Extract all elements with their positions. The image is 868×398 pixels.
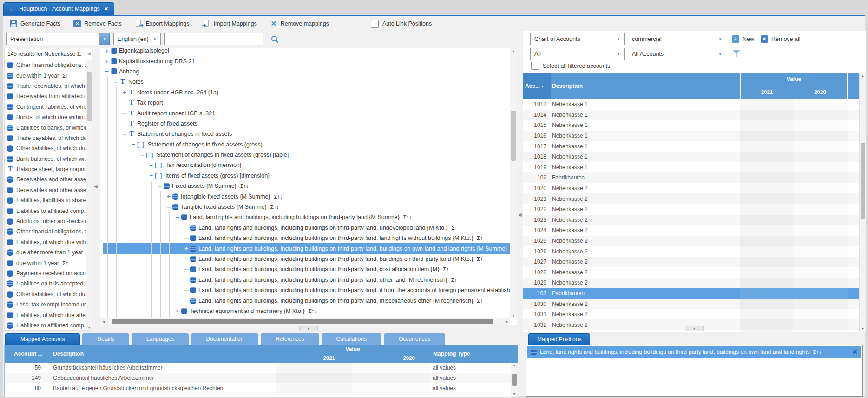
sidebar-result-item[interactable]: Other financial obligations, o... xyxy=(5,60,86,70)
generate-facts-button[interactable]: Generate Facts xyxy=(10,20,60,27)
scroll-up-icon[interactable]: ▲ xyxy=(511,364,518,367)
tree-node[interactable]: +Notes under HGB sec. 264 (1a) xyxy=(103,87,510,98)
scroll-down-icon[interactable]: ▼ xyxy=(510,314,517,317)
collapse-icon[interactable]: − xyxy=(138,152,146,159)
tree-node[interactable]: Land, land rights and buildings, includi… xyxy=(103,295,510,305)
export-mappings-button[interactable]: Export Mappings xyxy=(135,20,190,27)
tree-node[interactable]: −Notes xyxy=(103,77,510,87)
tree-node[interactable]: −Items of fixed assets (gross) [dimensio… xyxy=(103,171,510,181)
sidebar-result-item[interactable]: due after more than 1 year ... xyxy=(5,247,86,258)
sidebar-result-item[interactable]: Receivables from affiliated c... xyxy=(5,91,86,101)
scrollbar-thumb[interactable] xyxy=(511,111,516,161)
tree-node[interactable]: −Land, land rights and buildings, includ… xyxy=(103,212,510,222)
expand-icon[interactable]: + xyxy=(147,162,155,169)
tab-occurrences[interactable]: Occurrences xyxy=(384,333,445,345)
sidebar-result-item[interactable]: Receivables and other asset... xyxy=(5,185,86,195)
sidebar-result-item[interactable]: Bank balances, of which wit... xyxy=(5,154,86,164)
tree-node[interactable]: −Fixed assets {M Summe}Σ↑↓ xyxy=(103,181,510,191)
collapse-icon[interactable]: − xyxy=(156,183,164,190)
accounts-collapse-button[interactable]: ▼ xyxy=(685,326,704,331)
collapse-icon[interactable]: − xyxy=(165,204,172,211)
account-row[interactable]: 1019Nebenkasse 1 xyxy=(523,162,859,173)
tree-collapse-button[interactable]: ▼ xyxy=(299,326,318,331)
sidebar-result-item[interactable]: Receivables and other asset... xyxy=(5,174,86,185)
tree-node[interactable]: Land, land rights and buildings, includi… xyxy=(103,223,510,233)
tree-vertical-scrollbar[interactable]: ▲ ▼ xyxy=(510,48,517,318)
tree-node[interactable]: Tax report xyxy=(103,98,510,108)
tree-node[interactable]: Land, land rights and buildings, includi… xyxy=(103,264,510,274)
collapse-icon[interactable]: − xyxy=(130,141,137,148)
select-all-filtered-checkbox[interactable] xyxy=(531,62,539,70)
sidebar-result-item[interactable]: Balance sheet, large corpora... xyxy=(5,164,86,174)
account-row[interactable]: 1016Nebenkasse 1 xyxy=(523,131,859,141)
chart-of-accounts-select[interactable]: Chart of Accounts▼ xyxy=(530,33,625,45)
tree-node[interactable]: +Land, land rights and buildings, includ… xyxy=(103,243,510,253)
sidebar-result-item[interactable]: Trade receivables, of which ... xyxy=(5,81,86,91)
expand-icon[interactable]: + xyxy=(183,245,190,252)
sidebar-result-item[interactable]: Liabilities to banks, of which... xyxy=(5,122,86,133)
expand-icon[interactable]: + xyxy=(165,193,172,200)
tree-node[interactable]: −Tangible fixed assets {M Summe}Σ↑↓ xyxy=(103,202,510,212)
expand-icon[interactable]: + xyxy=(103,48,111,54)
year-2021-column-header[interactable]: 2021 xyxy=(276,353,353,363)
document-tab[interactable]: ↔ Hauptbuch - Account Mappings ✕ xyxy=(3,2,114,15)
sidebar-result-item[interactable]: Additions: other add-backs i... xyxy=(5,216,86,226)
scroll-right-icon[interactable]: ▶ xyxy=(504,318,510,325)
collapse-icon[interactable]: − xyxy=(174,214,181,221)
account-row[interactable]: 1031Nebenkasse 2 xyxy=(523,309,859,320)
sidebar-result-item[interactable]: Less: tax-exempt income un... xyxy=(5,299,86,310)
account-row[interactable]: 1024Nebenkasse 2 xyxy=(523,225,859,236)
account-number-column-header[interactable]: Acc...▲ xyxy=(523,73,551,99)
sidebar-splitter-icon[interactable]: ◀ xyxy=(94,184,98,189)
scrollbar-thumb[interactable] xyxy=(112,319,493,324)
tab-mapped-positions[interactable]: Mapped Positions xyxy=(528,333,590,345)
tree-node[interactable]: Audit report under HGB s. 321 xyxy=(103,108,510,118)
tree-node[interactable]: Land, land rights and buildings, includi… xyxy=(103,233,510,243)
account-row[interactable]: 1027Nebenkasse 2 xyxy=(523,257,859,267)
mapped-accounts-scrollbar[interactable]: ▲ ▼ xyxy=(511,363,518,397)
tree-horizontal-scrollbar[interactable]: ◀ ▶ xyxy=(100,318,510,325)
account-row[interactable]: 1018Nebenkasse 1 xyxy=(523,152,859,162)
sidebar-result-item[interactable]: due within 1 yearΣ↑ xyxy=(5,258,86,268)
tree-node[interactable]: +Tax reconciliation [dimension] xyxy=(103,160,510,170)
tree-node[interactable]: −Statement of changes in fixed assets (g… xyxy=(103,150,510,160)
remove-mapping-icon[interactable]: ✕ xyxy=(852,348,858,356)
account-filter-select[interactable]: All▼ xyxy=(530,48,625,60)
collapse-icon[interactable]: − xyxy=(147,172,155,179)
sidebar-result-item[interactable]: Payments received on acco... xyxy=(5,268,86,279)
account-row[interactable]: 1028Nebenkasse 2 xyxy=(523,267,859,278)
account-row[interactable]: 1021Nebenkasse 2 xyxy=(523,193,859,204)
account-row[interactable]: 1017Nebenkasse 1 xyxy=(523,141,859,152)
import-mappings-button[interactable]: Import Mappings xyxy=(203,20,257,27)
tree-node[interactable]: −Statement of changes in fixed assets (g… xyxy=(103,139,510,150)
tree-node[interactable]: −Statement of changes in fixed assets xyxy=(103,129,510,139)
expand-icon[interactable]: + xyxy=(174,307,181,314)
tree-node[interactable]: Land, land rights and buildings, includi… xyxy=(103,275,510,285)
tab-references[interactable]: References xyxy=(261,333,319,345)
year-2021-column-header[interactable]: 2021 xyxy=(741,85,793,99)
sidebar-result-item[interactable]: Other liabilities, of which du... xyxy=(5,143,86,153)
mapping-type-column-header[interactable]: Mapping Type xyxy=(429,345,511,363)
sidebar-result-item[interactable]: Liabilities, liabilities to share... xyxy=(5,195,86,206)
tree-node[interactable]: +Eigenkapitalspiegel xyxy=(103,48,510,56)
scroll-down-icon[interactable]: ▼ xyxy=(86,326,92,329)
search-icon[interactable] xyxy=(271,36,277,41)
auto-link-positions-checkbox[interactable] xyxy=(371,20,379,28)
scroll-left-icon[interactable]: ◀ xyxy=(100,318,107,325)
scrollbar-thumb[interactable] xyxy=(512,374,517,386)
presentation-input[interactable]: Presentation xyxy=(6,33,100,45)
sidebar-result-item[interactable]: Liabilities, of which due withi... xyxy=(5,237,86,247)
tree-node[interactable]: Land, land rights and buildings, includi… xyxy=(103,254,510,264)
collapse-icon[interactable]: − xyxy=(103,68,111,75)
new-button[interactable]: New xyxy=(732,35,754,43)
expand-icon[interactable]: + xyxy=(121,89,128,96)
sidebar-result-item[interactable]: Liabilities to affiliated comp... xyxy=(5,206,86,216)
mapped-position-item[interactable]: Land, land rights and buildings, includi… xyxy=(527,346,861,358)
panel-splitter-icon[interactable]: ◀ xyxy=(518,212,522,217)
sidebar-result-item[interactable]: Other financial obligations, o... xyxy=(5,226,86,237)
tree-node[interactable]: +Kapitalflussrechnung DRS 21 xyxy=(103,56,510,66)
tree-node[interactable]: −Anhang xyxy=(103,66,510,77)
account-row[interactable]: 1026Nebenkasse 2 xyxy=(523,246,859,257)
account-number-column-header[interactable]: Account ... xyxy=(5,345,47,363)
sidebar-collapse-icon[interactable]: ◀ xyxy=(87,51,91,56)
